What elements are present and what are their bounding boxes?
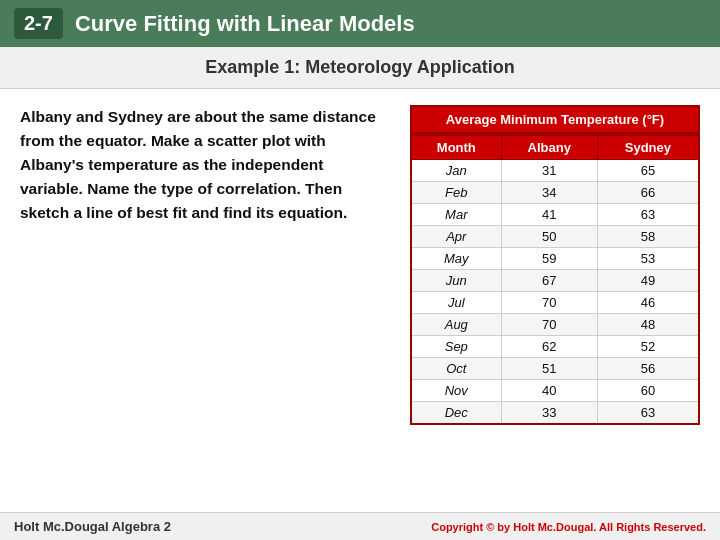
data-table: Month Albany Sydney Jan3165Feb3466Mar416… <box>410 134 700 425</box>
table-cell: 63 <box>597 402 699 425</box>
table-row: May5953 <box>411 248 699 270</box>
table-cell: 31 <box>501 160 597 182</box>
table-cell: Apr <box>411 226 501 248</box>
table-cell: Jul <box>411 292 501 314</box>
main-content: Albany and Sydney are about the same dis… <box>0 89 720 507</box>
table-cell: Dec <box>411 402 501 425</box>
table-cell: 46 <box>597 292 699 314</box>
table-cell: 34 <box>501 182 597 204</box>
col-header-albany: Albany <box>501 135 597 160</box>
data-table-container: Average Minimum Temperature (°F) Month A… <box>410 105 700 491</box>
table-cell: May <box>411 248 501 270</box>
table-cell: Jun <box>411 270 501 292</box>
table-cell: 59 <box>501 248 597 270</box>
table-cell: 70 <box>501 292 597 314</box>
table-cell: Feb <box>411 182 501 204</box>
table-row: Jun6749 <box>411 270 699 292</box>
table-cell: 40 <box>501 380 597 402</box>
footer: Holt Mc.Dougal Algebra 2 Copyright © by … <box>0 512 720 540</box>
table-header-row: Month Albany Sydney <box>411 135 699 160</box>
table-row: Dec3363 <box>411 402 699 425</box>
table-row: Sep6252 <box>411 336 699 358</box>
table-cell: 56 <box>597 358 699 380</box>
table-row: Nov4060 <box>411 380 699 402</box>
subtitle-text: Example 1: Meteorology Application <box>205 57 514 77</box>
table-cell: 62 <box>501 336 597 358</box>
table-row: Apr5058 <box>411 226 699 248</box>
table-cell: 58 <box>597 226 699 248</box>
table-cell: 41 <box>501 204 597 226</box>
table-row: Feb3466 <box>411 182 699 204</box>
table-cell: 50 <box>501 226 597 248</box>
table-cell: 52 <box>597 336 699 358</box>
table-cell: 70 <box>501 314 597 336</box>
table-cell: 33 <box>501 402 597 425</box>
table-cell: Nov <box>411 380 501 402</box>
table-cell: 51 <box>501 358 597 380</box>
table-cell: Sep <box>411 336 501 358</box>
table-cell: Jan <box>411 160 501 182</box>
table-row: Aug7048 <box>411 314 699 336</box>
body-text: Albany and Sydney are about the same dis… <box>20 105 390 491</box>
footer-right-text: Copyright © by Holt Mc.Dougal. All Right… <box>431 521 706 533</box>
table-row: Jul7046 <box>411 292 699 314</box>
table-cell: 66 <box>597 182 699 204</box>
header-bar: 2-7 Curve Fitting with Linear Models <box>0 0 720 47</box>
table-cell: 65 <box>597 160 699 182</box>
table-cell: 53 <box>597 248 699 270</box>
header-title: Curve Fitting with Linear Models <box>75 11 415 37</box>
col-header-month: Month <box>411 135 501 160</box>
table-row: Oct5156 <box>411 358 699 380</box>
lesson-badge: 2-7 <box>14 8 63 39</box>
table-cell: 63 <box>597 204 699 226</box>
col-header-sydney: Sydney <box>597 135 699 160</box>
table-cell: 49 <box>597 270 699 292</box>
table-cell: 67 <box>501 270 597 292</box>
table-cell: Aug <box>411 314 501 336</box>
table-cell: 60 <box>597 380 699 402</box>
table-row: Jan3165 <box>411 160 699 182</box>
table-title: Average Minimum Temperature (°F) <box>410 105 700 134</box>
footer-left-text: Holt Mc.Dougal Algebra 2 <box>14 519 171 534</box>
subtitle-bar: Example 1: Meteorology Application <box>0 47 720 89</box>
table-cell: Mar <box>411 204 501 226</box>
table-row: Mar4163 <box>411 204 699 226</box>
table-cell: 48 <box>597 314 699 336</box>
table-cell: Oct <box>411 358 501 380</box>
